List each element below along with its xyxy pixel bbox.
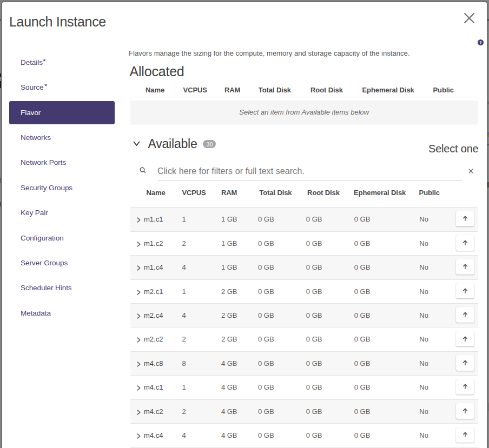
svg-text:?: ? xyxy=(479,40,482,45)
